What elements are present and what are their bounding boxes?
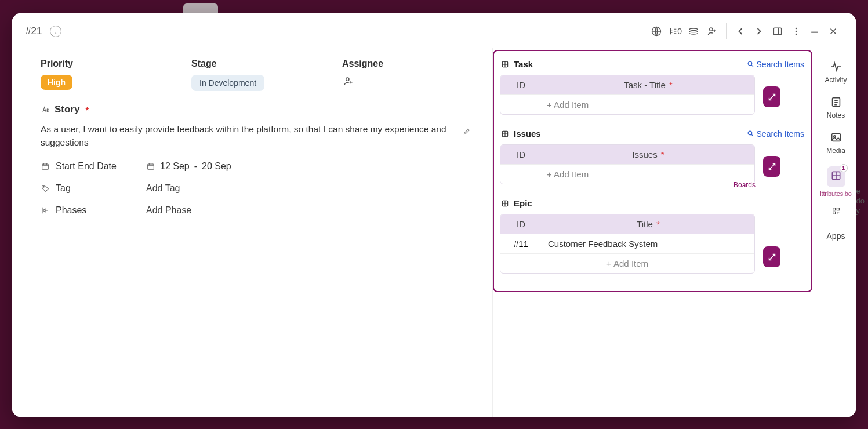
- modal-window: #21 i 0: [12, 13, 856, 417]
- calendar-icon: [146, 162, 155, 171]
- panel-toggle-icon[interactable]: [768, 22, 787, 41]
- sidebar-notes-label: Notes: [827, 111, 845, 119]
- tag-icon: [41, 184, 50, 193]
- tag-row: Tag Add Tag: [41, 183, 471, 194]
- detail-pane: Priority High Stage In Development Assig…: [24, 48, 492, 417]
- stage-value[interactable]: In Development: [191, 75, 264, 91]
- issues-empty-id: [500, 165, 542, 184]
- epic-row-title: Customer Feedback System: [542, 234, 754, 253]
- story-text[interactable]: As a user, I want to easily provide feed…: [41, 122, 471, 150]
- svg-rect-19: [833, 208, 835, 210]
- header-divider: [726, 23, 727, 39]
- modal-body: Priority High Stage In Development Assig…: [12, 48, 856, 417]
- add-phase-button[interactable]: Add Phase: [146, 205, 191, 216]
- task-table: ID Task - Title * + Add Item: [500, 75, 755, 115]
- phases-row: Phases Add Phase: [41, 205, 471, 216]
- issues-title: Issues: [514, 129, 541, 139]
- story-value: As a user, I want to easily provide feed…: [41, 124, 446, 147]
- expand-icon: [768, 162, 776, 171]
- sidebar-widgets[interactable]: [815, 204, 856, 218]
- expand-issues-button[interactable]: [763, 156, 780, 177]
- assignee-label: Assignee: [342, 59, 458, 69]
- add-assignee-icon[interactable]: [342, 75, 355, 88]
- right-sidebar: Activity Notes Media 1 ittributes.bo: [815, 48, 856, 417]
- stage-field: Stage In Development: [191, 59, 331, 91]
- expand-epic-button[interactable]: [763, 246, 780, 267]
- priority-label: Priority: [41, 59, 180, 69]
- grid-icon: [501, 130, 509, 138]
- svg-point-5: [796, 34, 797, 35]
- task-empty-id: [500, 95, 542, 114]
- epic-row-id: #11: [500, 234, 542, 253]
- activity-icon: [830, 60, 842, 73]
- search-items-task[interactable]: Search Items: [747, 60, 804, 69]
- svg-point-13: [748, 131, 752, 135]
- sidebar-activity[interactable]: Activity: [815, 56, 856, 89]
- epic-table: ID Title * #11 Customer Feedback System …: [500, 214, 755, 274]
- svg-rect-7: [42, 164, 49, 169]
- minimize-icon[interactable]: [805, 22, 824, 41]
- relation-section-issues: Issues Search Items ID Issues *: [500, 126, 805, 184]
- expand-task-button[interactable]: [763, 86, 780, 107]
- svg-point-9: [43, 186, 44, 187]
- search-items-label: Search Items: [757, 60, 804, 69]
- search-items-label: Search Items: [757, 129, 804, 139]
- issues-add-item[interactable]: + Add Item: [542, 165, 754, 184]
- sidebar-attributes-label: ittributes.bo: [820, 190, 851, 197]
- sidebar-apps[interactable]: Apps: [815, 230, 856, 245]
- date-label: Start End Date: [56, 161, 117, 172]
- issues-table: ID Issues * + Add Item: [500, 144, 755, 184]
- info-icon[interactable]: i: [50, 26, 61, 37]
- search-items-issues[interactable]: Search Items: [747, 129, 804, 139]
- assignee-field: Assignee: [342, 59, 458, 91]
- date-value[interactable]: 12 Sep - 20 Sep: [146, 161, 231, 172]
- links-count: 0: [677, 27, 682, 36]
- add-tag-button[interactable]: Add Tag: [146, 183, 180, 194]
- start-date: 12 Sep: [160, 161, 190, 172]
- ticket-id: #21: [26, 26, 42, 37]
- sidebar-apps-label: Apps: [827, 231, 845, 241]
- svg-rect-2: [773, 28, 781, 35]
- epic-col-title: Title *: [542, 214, 754, 234]
- epic-row[interactable]: #11 Customer Feedback System: [500, 234, 754, 253]
- edit-icon[interactable]: [463, 126, 471, 139]
- stack-icon[interactable]: [684, 22, 703, 41]
- sidebar-notes[interactable]: Notes: [815, 91, 856, 124]
- search-icon: [747, 60, 754, 68]
- epic-add-item[interactable]: + Add Item: [500, 254, 754, 273]
- tag-label: Tag: [56, 183, 71, 194]
- links-icon[interactable]: 0: [666, 22, 684, 41]
- text-icon: [41, 105, 50, 114]
- svg-point-4: [796, 31, 797, 32]
- relation-section-task: Task Search Items ID Task - Title *: [500, 57, 805, 115]
- more-icon[interactable]: [787, 22, 805, 41]
- priority-value[interactable]: High: [41, 75, 72, 90]
- expand-icon: [768, 253, 776, 261]
- phases-icon: [41, 206, 50, 215]
- svg-rect-8: [148, 164, 154, 169]
- media-icon: [830, 131, 842, 144]
- sidebar-attributes[interactable]: 1 ittributes.bo: [815, 162, 856, 202]
- next-icon[interactable]: [750, 22, 768, 41]
- svg-point-6: [346, 78, 349, 81]
- boards-tooltip: Boards: [733, 181, 756, 189]
- svg-rect-16: [831, 134, 840, 141]
- globe-icon[interactable]: [647, 22, 666, 41]
- epic-title: Epic: [514, 198, 532, 208]
- task-col-title: Task - Title *: [542, 75, 754, 94]
- share-person-icon[interactable]: [703, 22, 721, 41]
- grid-icon: [501, 60, 509, 68]
- prev-icon[interactable]: [731, 22, 750, 41]
- svg-point-1: [710, 28, 713, 31]
- sidebar-activity-label: Activity: [825, 76, 847, 84]
- task-add-item[interactable]: + Add Item: [542, 95, 754, 114]
- svg-point-11: [748, 61, 752, 66]
- issues-col-id: ID: [500, 145, 542, 164]
- close-icon[interactable]: [824, 22, 842, 41]
- notes-icon: [830, 96, 842, 108]
- relations-pane: Task Search Items ID Task - Title *: [492, 48, 815, 417]
- background-text-fragment: e do y: [856, 187, 865, 216]
- calendar-icon: [41, 162, 50, 171]
- sidebar-media[interactable]: Media: [815, 126, 856, 159]
- task-col-id: ID: [500, 75, 542, 94]
